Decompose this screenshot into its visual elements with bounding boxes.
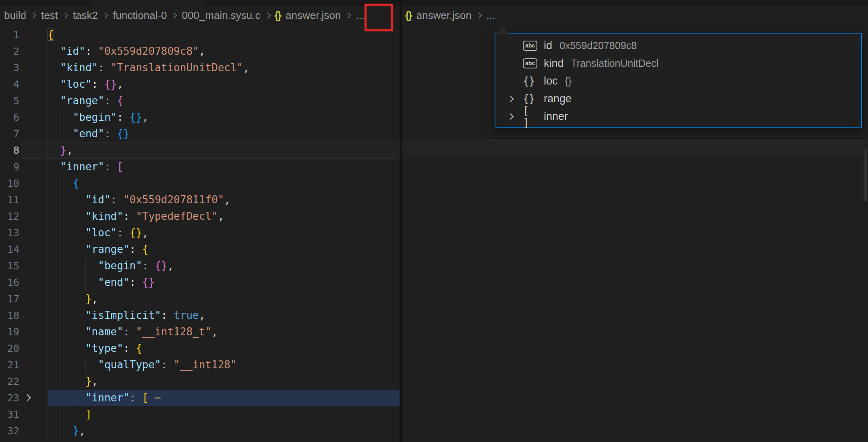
gutter-line-number[interactable]: 31 xyxy=(0,406,19,423)
gutter-line-number[interactable]: 5 xyxy=(0,93,19,109)
gutter-line-number[interactable]: 8 xyxy=(0,142,19,159)
code-text: "end": {} xyxy=(48,126,130,142)
json-file-icon: {} xyxy=(405,10,411,21)
breadcrumb-item-functional-0[interactable]: functional-0 xyxy=(112,9,168,22)
breadcrumb-item-answer.json[interactable]: answer.json xyxy=(415,9,472,22)
code-line-10[interactable]: 10 { xyxy=(0,175,400,192)
gutter-line-number[interactable]: 3 xyxy=(0,60,19,76)
gutter-line-number[interactable]: 21 xyxy=(0,357,19,373)
code-line-14[interactable]: 14 "range": { xyxy=(0,241,400,258)
breadcrumb-item-build[interactable]: build xyxy=(3,9,27,22)
picker-label: id xyxy=(544,39,552,52)
gutter-line-number[interactable]: 22 xyxy=(0,373,19,390)
code-line-6[interactable]: 6 "begin": {}, xyxy=(0,109,400,126)
code-line-31[interactable]: 31 ] xyxy=(0,406,400,423)
code-line-1[interactable]: 1{ xyxy=(0,27,400,43)
picker-row-id[interactable]: abcid0x559d207809c8 xyxy=(495,37,861,54)
indent-guide xyxy=(48,126,48,142)
indent-guide xyxy=(60,175,60,192)
code-line-7[interactable]: 7 "end": {} xyxy=(0,126,400,142)
code-line-15[interactable]: 15 "begin": {}, xyxy=(0,258,400,274)
gutter-line-number[interactable]: 10 xyxy=(0,175,19,192)
active-tab-sliver[interactable] xyxy=(91,0,205,6)
picker-row-range[interactable]: {}range xyxy=(495,90,861,107)
gutter-line-number[interactable]: 7 xyxy=(0,126,19,142)
code-line-4[interactable]: 4 "loc": {}, xyxy=(0,76,400,93)
picker-label: range xyxy=(544,93,572,105)
editor-left[interactable]: 1{2 "id": "0x559d207809c8",3 "kind": "Tr… xyxy=(0,25,400,442)
indent-guide xyxy=(85,357,86,373)
indent-guide xyxy=(60,357,60,373)
code-line-11[interactable]: 11 "id": "0x559d207811f0", xyxy=(0,192,400,208)
indent-guide xyxy=(60,307,60,324)
breadcrumb-item-test[interactable]: test xyxy=(40,9,59,22)
gutter-line-number[interactable]: 9 xyxy=(0,159,19,175)
code-line-13[interactable]: 13 "loc": {}, xyxy=(0,225,400,241)
code-line-23[interactable]: 23 "inner": [ ⋯ xyxy=(0,390,400,406)
gutter-line-number[interactable]: 17 xyxy=(0,291,19,307)
breadcrumb-item-answer.json[interactable]: answer.json xyxy=(285,9,342,22)
code-line-20[interactable]: 20 "type": { xyxy=(0,340,400,357)
code-line-8[interactable]: 8 }, xyxy=(0,142,400,159)
gutter-line-number[interactable]: 13 xyxy=(0,225,19,241)
breadcrumb-item-task2[interactable]: task2 xyxy=(72,9,99,22)
code-line-2[interactable]: 2 "id": "0x559d207809c8", xyxy=(0,43,400,60)
json-file-icon: {} xyxy=(275,10,281,21)
indent-guide xyxy=(73,307,73,324)
fold-chevron-icon[interactable] xyxy=(24,394,31,401)
code-line-18[interactable]: 18 "isImplicit": true, xyxy=(0,307,400,324)
gutter-line-number[interactable]: 18 xyxy=(0,307,19,324)
indent-guide xyxy=(73,192,73,208)
breadcrumb-ellipsis[interactable]: ... xyxy=(355,9,365,22)
gutter-line-number[interactable]: 1 xyxy=(0,27,19,43)
indent-guide xyxy=(60,373,60,390)
code-line-22[interactable]: 22 }, xyxy=(0,373,400,390)
code-line-32[interactable]: 32 }, xyxy=(0,423,400,439)
code-line-19[interactable]: 19 "name": "__int128_t", xyxy=(0,324,400,340)
code-line-16[interactable]: 16 "end": {} xyxy=(0,274,400,291)
indent-guide xyxy=(48,192,48,208)
chevron-right-icon xyxy=(508,113,514,120)
gutter-line-number[interactable]: 23 xyxy=(0,390,19,406)
gutter-line-number[interactable]: 14 xyxy=(0,241,19,258)
gutter-line-number[interactable]: 32 xyxy=(0,423,19,439)
code-line-12[interactable]: 12 "kind": "TypedefDecl", xyxy=(0,208,400,225)
code-text: "isImplicit": true, xyxy=(48,307,205,324)
indent-guide xyxy=(73,208,73,225)
indent-guide xyxy=(73,258,73,274)
gutter-line-number[interactable]: 15 xyxy=(0,258,19,274)
gutter-line-number[interactable]: 6 xyxy=(0,109,19,126)
code-line-5[interactable]: 5 "range": { xyxy=(0,93,400,109)
code-text: "qualType": "__int128" xyxy=(48,357,237,373)
indent-guide xyxy=(60,406,60,423)
code-text: "kind": "TranslationUnitDecl", xyxy=(48,60,249,76)
picker-row-inner[interactable]: [ ]inner xyxy=(495,107,861,125)
indent-guide xyxy=(48,357,48,373)
gutter-line-number[interactable]: 11 xyxy=(0,192,19,208)
indent-guide xyxy=(48,406,48,423)
indent-guide xyxy=(60,423,60,439)
indent-guide xyxy=(48,241,48,258)
gutter-line-number[interactable]: 19 xyxy=(0,324,19,340)
picker-row-kind[interactable]: abckindTranslationUnitDecl xyxy=(495,54,861,72)
chevron-right-icon xyxy=(508,95,514,102)
picker-label: loc xyxy=(544,75,558,87)
breadcrumb-item-000_main.sysu.c[interactable]: 000_main.sysu.c xyxy=(181,9,261,22)
code-line-9[interactable]: 9 "inner": [ xyxy=(0,159,400,175)
code-line-17[interactable]: 17 }, xyxy=(0,291,400,307)
indent-guide xyxy=(48,307,48,324)
gutter-line-number[interactable]: 4 xyxy=(0,76,19,93)
code-text: }, xyxy=(48,423,85,439)
scrollbar-thumb[interactable] xyxy=(864,149,867,201)
code-text: "loc": {}, xyxy=(48,225,148,241)
breadcrumb-ellipsis[interactable]: ... xyxy=(486,9,496,22)
gutter-line-number[interactable]: 20 xyxy=(0,340,19,357)
code-line-3[interactable]: 3 "kind": "TranslationUnitDecl", xyxy=(0,60,400,76)
code-line-21[interactable]: 21 "qualType": "__int128" xyxy=(0,357,400,373)
gutter-line-number[interactable]: 12 xyxy=(0,208,19,225)
indent-guide xyxy=(73,357,73,373)
picker-row-loc[interactable]: {}loc{} xyxy=(495,72,861,90)
gutter-line-number[interactable]: 2 xyxy=(0,43,19,60)
indent-guide xyxy=(48,340,48,357)
gutter-line-number[interactable]: 16 xyxy=(0,274,19,291)
